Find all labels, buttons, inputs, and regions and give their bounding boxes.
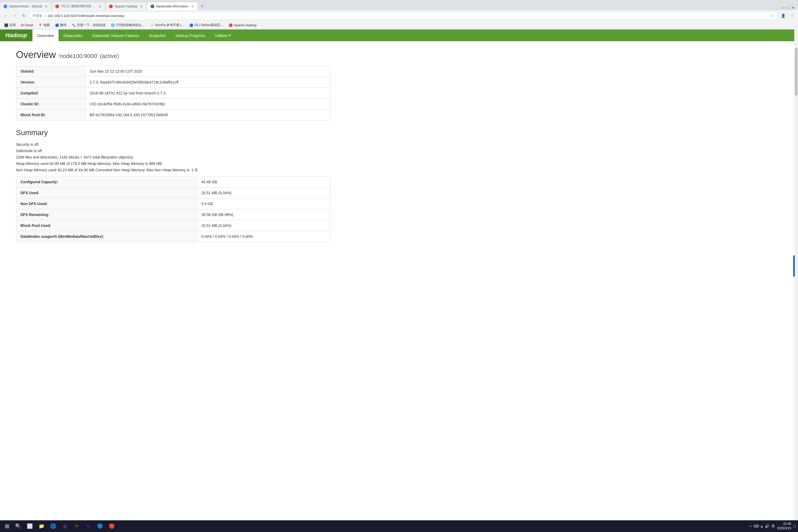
node-info: 'node100:9000' (active) — [58, 53, 119, 59]
dfs-remaining-label: DFS Remaining: — [16, 209, 197, 220]
bookmark-star-icon[interactable]: ☆ — [771, 13, 774, 18]
close-button[interactable]: ✕ — [792, 5, 795, 10]
overview-table: Started: Sun Mar 15 22:13:00 CST 2020 Ve… — [16, 66, 330, 120]
table-row: DFS Used: 20.51 MB (0.04%) — [16, 188, 330, 198]
tab-3-close[interactable]: ✕ — [140, 4, 143, 8]
maximize-button[interactable]: □ — [787, 5, 790, 10]
reload-button[interactable]: ↻ — [20, 12, 28, 19]
nav-utilities[interactable]: Utilities ▾ — [210, 30, 236, 41]
cluster-id-label: Cluster ID: — [16, 99, 86, 110]
menu-icon[interactable]: ⋮ — [788, 12, 796, 19]
address-bar[interactable]: 不安全 | 192.168.5.100:50070/dfshealth.html… — [29, 12, 778, 20]
address-url: 192.168.5.100:50070/dfshealth.html#tab-o… — [48, 14, 124, 18]
bookmark-maps[interactable]: 📍 地图 — [36, 22, 52, 28]
table-row: DFS Remaining: 39.56 GB (86.99%) — [16, 209, 330, 220]
started-label: Started: — [16, 66, 86, 77]
bookmark-python[interactable]: 🔵 03 | Python基础语… — [187, 22, 226, 28]
user-icon[interactable]: 👤 — [779, 12, 787, 19]
compiled-label: Compiled: — [16, 88, 86, 99]
table-row: Non DFS Used: 5.9 GB — [16, 198, 330, 209]
summary-line-2: 2289 files and directories, 1182 blocks … — [16, 155, 330, 159]
bookmark-baidu[interactable]: 🐾 百度一下，你就知道 — [70, 22, 108, 28]
scrollbar-track[interactable] — [794, 41, 798, 250]
hadoop-brand: Hadoop — [0, 30, 33, 41]
nav-utilities-chevron-icon: ▾ — [229, 33, 231, 38]
summary-line-0: Security is off. — [16, 142, 330, 147]
bookmark-apps-label: 应用 — [9, 23, 16, 27]
bookmark-gmail[interactable]: M Gmail — [19, 23, 35, 28]
dfs-remaining-value: 39.56 GB (86.99%) — [197, 209, 330, 220]
bookmarks-bar: ⬛ 应用 M Gmail 📍 地图 🔵 翻译 🐾 百度一下，你就知道 🌐 不同的… — [0, 21, 798, 29]
new-tab-button[interactable]: + — [198, 2, 206, 10]
dfs-used-label: DFS Used: — [16, 188, 197, 198]
block-pool-used-value: 20.51 MB (0.04%) — [197, 220, 330, 231]
block-pool-id-value: BP-627815884-192.168.5.100-1577951766639 — [86, 110, 330, 120]
block-pool-id-label: Block Pool ID: — [16, 110, 86, 120]
summary-heading: Summary — [16, 129, 330, 137]
bookmark-apps[interactable]: ⬛ 应用 — [2, 22, 18, 28]
bookmark-strategy[interactable]: 🌐 不同的策略的组合… — [109, 22, 147, 28]
configured-capacity-label: Configured Capacity: — [16, 177, 197, 188]
scrollbar-thumb[interactable] — [795, 48, 797, 96]
tab-4-icon — [151, 4, 154, 8]
tab-2[interactable]: 7天入门数据结构与算法 1. 训练… ✕ — [52, 2, 105, 10]
back-button[interactable]: ← — [2, 12, 10, 19]
tab-2-icon — [55, 4, 59, 8]
compiled-value: 2016-08-18T01:41Z by root from branch-2.… — [86, 88, 330, 99]
table-row: Configured Capacity: 45.48 GB — [16, 177, 330, 188]
summary-line-4: Non Heap Memory used 43.23 MB of 44.06 M… — [16, 168, 330, 172]
nav-startup-progress[interactable]: Startup Progress — [171, 30, 210, 41]
bookmark-maps-label: 地图 — [43, 23, 50, 27]
bookmark-strategy-label: 不同的策略的组合… — [116, 23, 145, 27]
nav-utilities-label: Utilities — [215, 33, 228, 38]
tab-1[interactable]: Advice/Advise - EdClub ✕ — [0, 2, 51, 10]
block-pool-used-label: Block Pool Used: — [16, 220, 197, 231]
nav-items: Overview Datanodes Datanode Volume Failu… — [33, 30, 236, 41]
nav-snapshot[interactable]: Snapshot — [144, 30, 171, 41]
overview-section: Overview 'node100:9000' (active) Started… — [16, 49, 330, 120]
bookmark-translate-label: 翻译 — [60, 23, 66, 27]
tab-1-close[interactable]: ✕ — [45, 4, 48, 8]
cluster-id-value: CID-1ec4ef5e-f6d0-41d4-a90d-c94767c0c56c — [86, 99, 330, 110]
table-row: Compiled: 2016-08-18T01:41Z by root from… — [16, 88, 330, 99]
configured-capacity-value: 45.48 GB — [197, 177, 330, 188]
tab-3-icon — [109, 4, 113, 8]
version-label: Version: — [16, 77, 86, 88]
browser-controls: ← → ↻ 不安全 | 192.168.5.100:50070/dfshealt… — [0, 10, 798, 21]
nav-datanodes[interactable]: Datanodes — [58, 30, 88, 41]
table-row: DataNodes usages% (Min/Median/Max/stdDev… — [16, 231, 330, 242]
summary-line-3: Heap Memory used 64.99 MB of 178.5 MB He… — [16, 162, 330, 166]
table-row: Started: Sun Mar 15 22:13:00 CST 2020 — [16, 66, 330, 77]
summary-section: Summary Security is off. Safemode is off… — [16, 129, 330, 242]
browser-chrome: Advice/Advise - EdClub ✕ 7天入门数据结构与算法 1. … — [0, 0, 798, 30]
nav-overview[interactable]: Overview — [33, 30, 59, 41]
nav-datanode-volume-failures[interactable]: Datanode Volume Failures — [88, 30, 144, 41]
tab-3[interactable]: Apache Hadoop ✕ — [106, 2, 147, 10]
summary-line-1: Safemode is off. — [16, 149, 330, 153]
bookmark-numpy[interactable]: ⚡ NumPy 参考手册 |… — [148, 22, 186, 28]
summary-table: Configured Capacity: 45.48 GB DFS Used: … — [16, 176, 330, 242]
minimize-button[interactable]: ─ — [782, 5, 785, 10]
table-row: Cluster ID: CID-1ec4ef5e-f6d0-41d4-a90d-… — [16, 99, 330, 110]
hadoop-nav: Hadoop Overview Datanodes Datanode Volum… — [0, 30, 798, 41]
tab-4[interactable]: Namenode information ✕ — [147, 2, 197, 10]
forward-button[interactable]: → — [11, 12, 19, 19]
tab-2-close[interactable]: ✕ — [98, 4, 101, 8]
bookmark-hadoop[interactable]: 🔴 Apache Hadoop — [227, 23, 259, 28]
main-content: Overview 'node100:9000' (active) Started… — [0, 41, 346, 250]
dfs-used-value: 20.51 MB (0.04%) — [197, 188, 330, 198]
overview-heading: Overview 'node100:9000' (active) — [16, 49, 330, 60]
bookmark-numpy-label: NumPy 参考手册 |… — [155, 23, 184, 27]
version-value: 2.7.3, rbaa91f7c6bc9cb92be5982de4719c1c8… — [86, 77, 330, 88]
tab-3-title: Apache Hadoop — [114, 4, 137, 8]
tab-bar: Advice/Advise - EdClub ✕ 7天入门数据结构与算法 1. … — [0, 0, 798, 10]
tab-4-title: Namenode information — [156, 4, 188, 8]
tab-1-icon — [3, 4, 7, 8]
non-dfs-used-value: 5.9 GB — [197, 198, 330, 209]
tab-4-close[interactable]: ✕ — [191, 4, 194, 8]
table-row: Block Pool ID: BP-627815884-192.168.5.10… — [16, 110, 330, 120]
bookmark-translate[interactable]: 🔵 翻译 — [53, 22, 69, 28]
datanodes-usages-value: 0.04% / 0.04% / 0.04% / 0.00% — [197, 231, 330, 242]
tab-2-title: 7天入门数据结构与算法 1. 训练… — [61, 4, 96, 8]
datanodes-usages-label: DataNodes usages% (Min/Median/Max/stdDev… — [16, 231, 197, 242]
